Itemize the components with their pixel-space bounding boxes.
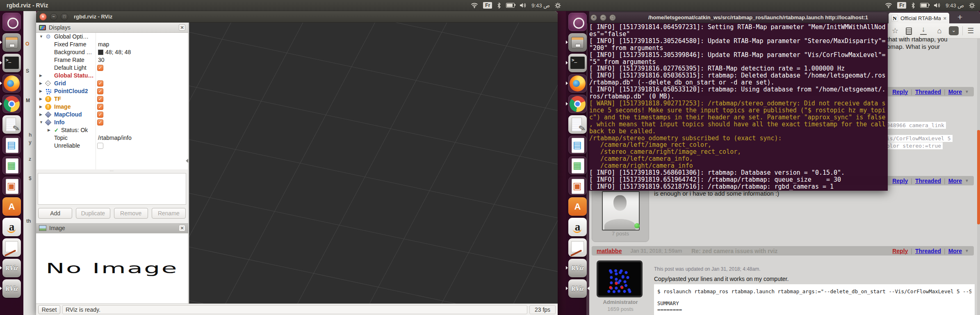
expander-icon[interactable]: ▶ [39,95,44,103]
wifi-icon[interactable] [471,2,478,8]
enabled-checkbox[interactable]: ✓ [97,88,103,94]
tree-row-image[interactable]: ▶!Image✓ [36,103,188,111]
launcher-item-firefox[interactable] [568,74,587,93]
expander-icon[interactable]: ▶ [39,72,44,80]
tree-value[interactable]: 48; 48; 48 [98,48,131,56]
launcher-item-firefox[interactable] [2,74,21,93]
minimize-window-button[interactable]: − [50,13,57,21]
expander-icon[interactable]: ▶ [39,111,44,119]
expander-icon[interactable]: ▶ [39,87,44,95]
session-gear-icon[interactable] [555,2,561,9]
launcher-item-notes[interactable] [568,238,587,257]
tree-row-info[interactable]: ▼Info✓ [36,119,188,126]
launcher-item-chromium[interactable] [2,95,21,113]
wifi-icon[interactable] [885,2,892,8]
bluetooth-icon[interactable] [911,2,915,9]
tree-row-mapcloud[interactable]: ▶MapCloud✓ [36,111,188,119]
downloads-icon[interactable]: ↓ [920,25,927,35]
launcher-item-ubuntu-dash[interactable] [2,13,21,31]
expander-icon[interactable]: ▶ [48,126,52,134]
enabled-checkbox[interactable]: ✓ [97,80,103,87]
bluetooth-icon[interactable] [497,2,501,9]
enabled-checkbox[interactable] [97,143,103,149]
reading-list-icon[interactable] [906,27,912,35]
duplicate-button[interactable]: Duplicate [76,208,110,219]
rviz-titlebar[interactable]: × − □ rgbd.rviz - RViz [36,11,558,23]
enabled-checkbox[interactable]: ✓ [97,119,103,126]
panel-collapse-arrow-icon[interactable] [186,159,188,163]
battery-icon[interactable] [920,3,929,8]
tree-value[interactable]: 30 [98,56,105,64]
launcher-item-amazon[interactable]: a [568,218,587,236]
launcher-item-ubuntu-dash[interactable] [568,13,587,31]
tree-row-frame-rate[interactable]: Frame Rate30 [36,56,188,64]
rename-button[interactable]: Rename [152,208,186,219]
expander-icon[interactable]: ▶ [39,80,44,87]
reply-link[interactable]: Reply [892,178,908,184]
threaded-link[interactable]: Threaded [915,89,941,95]
close-panel-icon[interactable]: ✕ [179,24,185,31]
enabled-checkbox[interactable]: ✓ [97,112,103,118]
avatar[interactable] [602,191,640,231]
scrollbar-thumb[interactable] [977,130,980,224]
tree-value[interactable]: map [98,41,109,48]
launcher-item-terminal[interactable]: >_ [2,54,21,72]
home-icon[interactable]: ⌂ [934,25,945,36]
keyboard-layout-indicator[interactable]: Fr [483,2,492,9]
threaded-link[interactable]: Threaded [915,178,941,184]
panel-splitter-handle[interactable]: ⋯ [36,169,188,173]
launcher-item-chromium[interactable] [568,95,587,113]
launcher-item-libreoffice-impress[interactable]: ▣ [2,177,21,195]
launcher-item-text-editor[interactable]: ✎ [2,115,21,134]
tree-row-global-opti-[interactable]: ▼⚙Global Opti… [36,33,188,41]
tree-row-topic[interactable]: Topic/rtabmap/info [36,134,188,142]
enabled-checkbox[interactable]: ✓ [97,104,103,110]
close-window-button[interactable]: × [590,14,597,21]
launcher-item-text-editor[interactable]: ✎ [568,115,587,134]
close-window-button[interactable]: × [39,13,47,21]
launcher-item-libreoffice-calc[interactable]: ▦ [2,156,21,175]
bookmark-star-icon[interactable]: ☆ [890,25,900,36]
close-image-panel-icon[interactable]: ✕ [179,225,185,231]
volume-icon[interactable] [520,2,526,8]
launcher-item-file-manager[interactable] [2,33,21,52]
close-tab-icon[interactable]: × [943,15,946,21]
reply-link[interactable]: Reply [892,248,908,254]
enabled-checkbox[interactable]: ✓ [97,65,103,71]
tree-row-background-[interactable]: Background …48; 48; 48 [36,48,188,56]
launcher-item-rviz-1[interactable]: RViz [2,259,21,277]
reply-link[interactable]: Reply [892,89,908,95]
more-link[interactable]: More [948,89,962,95]
launcher-item-rviz-2[interactable]: RViz [2,279,21,298]
more-link[interactable]: More [948,248,962,254]
tree-value[interactable]: /rtabmap/info [98,134,132,142]
clock-indicator[interactable]: ص 9:43 [531,2,550,9]
author-link[interactable]: matlabbe [597,248,622,254]
launcher-item-ubuntu-software[interactable]: A [2,197,21,216]
tree-row-tf[interactable]: ▶!TF✓ [36,95,188,103]
volume-icon[interactable] [934,2,941,8]
launcher-item-notes[interactable] [2,238,21,257]
launcher-item-libreoffice-impress[interactable]: ▣ [568,177,587,195]
launcher-item-libreoffice-writer[interactable]: ▤ [568,136,587,154]
displays-panel-header[interactable]: Displays ✕ [36,23,188,33]
minimize-window-button[interactable]: − [600,14,606,21]
launcher-item-rviz-1[interactable]: RViz [568,259,587,277]
add-button[interactable]: Add [38,208,72,219]
tree-row-fixed-frame[interactable]: Fixed Framemap [36,41,188,48]
terminal-output[interactable]: [ INFO] [1517391814.064597231]: Setting … [588,23,888,191]
tree-row-pointcloud2[interactable]: ▶PointCloud2✓ [36,87,188,95]
enabled-checkbox[interactable]: ✓ [97,96,103,102]
maximize-window-button[interactable]: □ [609,14,616,21]
browser-tab[interactable]: N Official RTAB-Map × [889,13,949,23]
expander-icon[interactable]: ▼ [39,119,44,126]
tree-row-global-statu-[interactable]: ▶Global Statu… [36,72,188,80]
tree-row-grid[interactable]: ▶Grid✓ [36,80,188,87]
image-panel-header[interactable]: Image ✕ [36,223,188,233]
tree-row-unreliable[interactable]: Unreliable [36,142,188,150]
menu-icon[interactable]: ☰ [965,25,976,36]
expander-icon[interactable]: ▶ [39,103,44,111]
launcher-item-terminal[interactable]: >_ [568,54,587,72]
tree-row-default-light[interactable]: Default Light✓ [36,64,188,72]
launcher-item-ubuntu-software[interactable]: A [568,197,587,216]
